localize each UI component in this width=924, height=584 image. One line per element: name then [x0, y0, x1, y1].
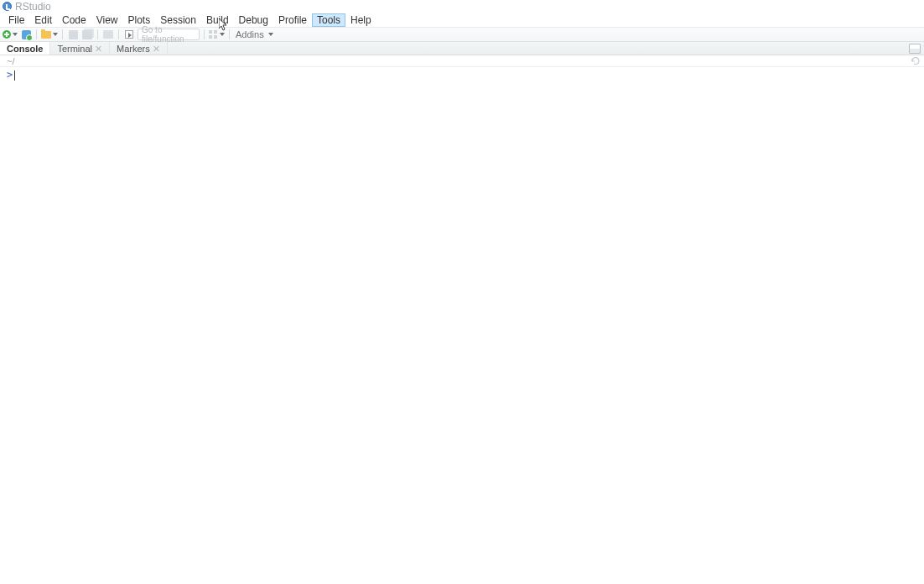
toolbar-separator: [97, 29, 98, 39]
addins-label: Addins: [236, 29, 264, 39]
folder-icon: [41, 31, 51, 39]
open-file-button[interactable]: [41, 29, 58, 40]
toolbar-separator: [229, 29, 230, 39]
print-icon: [103, 30, 113, 39]
tab-console[interactable]: Console: [0, 42, 50, 55]
workspace-panes-button[interactable]: [209, 29, 225, 40]
save-button[interactable]: [67, 29, 79, 40]
goto-button[interactable]: [123, 29, 135, 40]
menu-view[interactable]: View: [91, 13, 123, 27]
menu-edit[interactable]: Edit: [29, 13, 57, 27]
main-toolbar: Go to file/function Addins: [0, 27, 924, 42]
menu-build[interactable]: Build: [201, 13, 234, 27]
clear-console-button[interactable]: [911, 56, 921, 66]
menu-debug[interactable]: Debug: [234, 13, 273, 27]
window-titlebar: RStudio: [0, 0, 924, 13]
tab-label: Console: [7, 44, 43, 54]
menu-profile[interactable]: Profile: [273, 13, 312, 27]
new-file-button[interactable]: [3, 29, 18, 40]
pane-layout-button[interactable]: [909, 44, 921, 54]
toolbar-separator: [36, 29, 37, 39]
toolbar-separator: [204, 29, 205, 39]
console-path-row: ~/: [0, 55, 924, 67]
window-title: RStudio: [15, 1, 51, 13]
console-working-directory: ~/: [7, 56, 14, 66]
console-prompt: >: [7, 69, 13, 81]
save-all-icon: [82, 30, 92, 39]
print-button[interactable]: [102, 29, 114, 40]
menu-code[interactable]: Code: [57, 13, 91, 27]
new-project-icon: [22, 30, 31, 39]
chevron-down-icon: [13, 33, 18, 36]
menu-help[interactable]: Help: [345, 13, 376, 27]
chevron-down-icon: [53, 33, 58, 36]
menu-bar: File Edit Code View Plots Session Build …: [0, 13, 924, 27]
tab-markers[interactable]: Markers: [110, 42, 168, 55]
goto-file-function-input[interactable]: Go to file/function: [138, 29, 200, 40]
addins-menu[interactable]: Addins: [234, 29, 275, 39]
grid-icon: [209, 30, 218, 39]
app-icon: [3, 2, 12, 11]
toolbar-separator: [62, 29, 63, 39]
save-all-button[interactable]: [81, 29, 93, 40]
goto-placeholder: Go to file/function: [142, 25, 195, 44]
text-cursor: [14, 70, 15, 81]
goto-icon: [125, 30, 133, 39]
chevron-down-icon: [268, 33, 273, 36]
tab-terminal[interactable]: Terminal: [50, 42, 110, 55]
close-icon[interactable]: [153, 45, 160, 52]
chevron-down-icon: [220, 33, 225, 36]
tab-label: Markers: [117, 44, 150, 54]
console-output[interactable]: >: [0, 67, 924, 82]
menu-file[interactable]: File: [3, 13, 29, 27]
plus-circle-icon: [3, 30, 11, 39]
toolbar-separator: [118, 29, 119, 39]
pane-tab-strip: Console Terminal Markers: [0, 42, 924, 55]
menu-tools[interactable]: Tools: [312, 13, 345, 27]
pane-tab-spacer: [168, 42, 909, 55]
close-icon[interactable]: [96, 45, 102, 52]
tab-label: Terminal: [57, 44, 92, 54]
save-icon: [69, 30, 78, 39]
new-project-button[interactable]: [20, 29, 32, 40]
